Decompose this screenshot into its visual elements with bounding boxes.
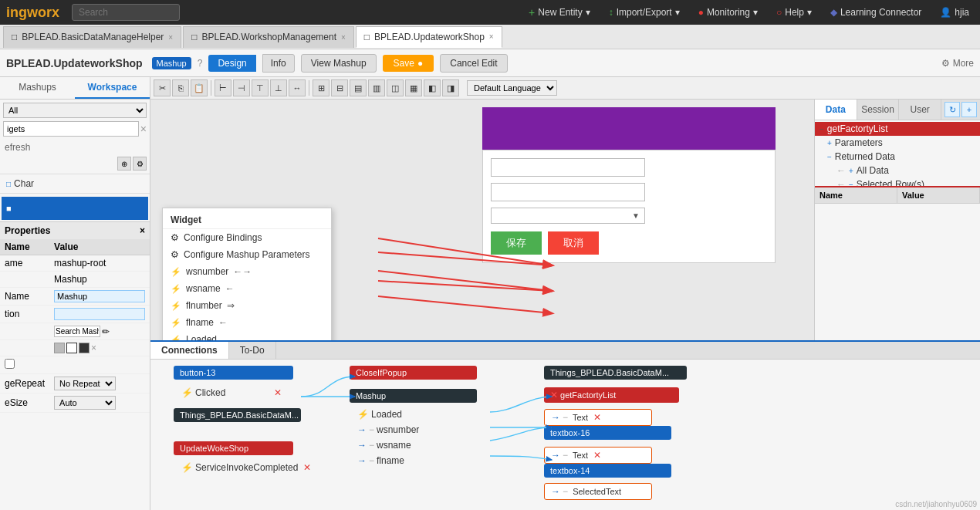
sidebar-action-settings[interactable]: ⚙ xyxy=(133,157,147,171)
tab-close-icon[interactable]: × xyxy=(168,33,173,42)
node-updatewokeshop[interactable]: UpdateWokeShop xyxy=(174,441,293,455)
new-entity-button[interactable]: + New Entity ▾ xyxy=(524,5,595,20)
wsnumber-item[interactable]: ⚡ wsnumber ←→ xyxy=(163,263,331,280)
copy-button[interactable]: ⎘ xyxy=(172,79,189,96)
tree-item-all-data[interactable]: ← + All Data xyxy=(815,164,980,177)
add-icon-btn[interactable]: + xyxy=(961,102,977,117)
node-button-13[interactable]: button-13 xyxy=(174,366,293,380)
node-mashup[interactable]: Mashup xyxy=(350,389,477,403)
right-tab-data[interactable]: Data xyxy=(815,100,857,120)
tab-close-icon[interactable]: × xyxy=(489,32,494,41)
prop-name-input[interactable] xyxy=(54,290,145,302)
layout-button-7[interactable]: ◧ xyxy=(424,79,441,96)
loaded-item[interactable]: ⚡ Loaded xyxy=(163,331,331,340)
edit-icon[interactable]: ✏ xyxy=(102,326,110,337)
node-textbox14[interactable]: textbox-14 xyxy=(544,464,671,478)
node-flname[interactable]: → − flname xyxy=(357,455,404,466)
node-closeifpopup[interactable]: CloseIfPopup xyxy=(350,366,477,380)
sidebar-tab-mashups[interactable]: Mashups xyxy=(0,77,75,99)
tree-item-getfactory[interactable]: − getFactortyList xyxy=(815,122,980,136)
prop-esize-select[interactable]: Auto xyxy=(54,396,116,410)
tree-item-returned-data[interactable]: − Returned Data xyxy=(815,150,980,164)
layout-button-8[interactable]: ◨ xyxy=(442,79,459,96)
layout-button-6[interactable]: ▦ xyxy=(405,79,422,96)
node-things-2[interactable]: Things_BPLEAD.BasicDataM... xyxy=(544,366,687,380)
layout-button-2[interactable]: ⊟ xyxy=(331,79,348,96)
align-left-button[interactable]: ⊢ xyxy=(215,79,231,96)
align-center-button[interactable]: ⊣ xyxy=(233,79,250,96)
tab-updateworkshop[interactable]: □ BPLEAD.UpdateworkShop × xyxy=(356,26,502,48)
wsname-item[interactable]: ⚡ wsname ← xyxy=(163,280,331,297)
prop-gerepeat-select[interactable]: No Repeat xyxy=(54,377,116,390)
tree-item-parameters[interactable]: + Parameters xyxy=(815,136,980,150)
save-button[interactable]: Save ● xyxy=(383,55,434,72)
layout-button-3[interactable]: ▤ xyxy=(350,79,367,96)
text2-error-badge[interactable]: ✕ xyxy=(593,450,601,461)
node-clicked[interactable]: ⚡ Clicked ✕ xyxy=(181,387,282,398)
sidebar-tab-workspace[interactable]: Workspace xyxy=(75,77,150,99)
flname-item[interactable]: ⚡ flname ← xyxy=(163,314,331,331)
prop-tion-input[interactable] xyxy=(54,308,145,320)
clicked-error-badge[interactable]: ✕ xyxy=(274,387,282,398)
align-right-button[interactable]: ⊤ xyxy=(252,79,269,96)
close-colors-icon[interactable]: × xyxy=(91,343,96,353)
paste-button[interactable]: 📋 xyxy=(191,79,208,96)
sidebar-action-add[interactable]: ⊕ xyxy=(117,157,131,171)
color-swatch-1[interactable] xyxy=(54,343,65,353)
cut-button[interactable]: ✂ xyxy=(154,79,171,96)
configure-bindings-item[interactable]: ⚙ Configure Bindings xyxy=(163,229,331,246)
node-text-1[interactable]: → − Text ✕ xyxy=(544,409,652,426)
node-selectedtext[interactable]: → − SelectedText xyxy=(544,483,652,500)
form-cancel-button[interactable]: 取消 xyxy=(548,231,599,255)
node-getfactory[interactable]: ✕ getFactortyList xyxy=(544,387,679,403)
prop-checkbox[interactable] xyxy=(5,359,15,369)
learning-connector-button[interactable]: ◆ Learning Connector xyxy=(826,5,926,19)
sidebar-clear-icon[interactable]: × xyxy=(140,123,147,135)
layout-button-5[interactable]: ◫ xyxy=(387,79,404,96)
node-textbox16[interactable]: textbox-16 xyxy=(544,426,671,440)
form-dropdown[interactable]: ▼ xyxy=(491,208,645,224)
monitoring-button[interactable]: ● Monitoring ▾ xyxy=(694,5,762,19)
node-text-2[interactable]: → − Text ✕ xyxy=(544,447,652,464)
user-button[interactable]: 👤 hjia xyxy=(935,5,974,19)
sidebar-item-chart[interactable]: □ Char xyxy=(0,176,150,191)
sidebar-search-input[interactable] xyxy=(3,121,139,137)
cancel-edit-button[interactable]: Cancel Edit xyxy=(440,54,507,73)
node-loaded[interactable]: ⚡ Loaded xyxy=(357,409,402,420)
node-wsnumber[interactable]: → − wsnumber xyxy=(357,424,419,435)
refresh-icon-btn[interactable]: ↻ xyxy=(945,102,960,117)
info-button[interactable]: Info xyxy=(262,54,295,73)
form-input-1[interactable] xyxy=(491,158,645,177)
bottom-tab-connections[interactable]: Connections xyxy=(150,342,229,359)
node-wsname[interactable]: → − wsname xyxy=(357,440,411,451)
svc-error-badge[interactable]: ✕ xyxy=(303,462,311,473)
form-save-button[interactable]: 保存 xyxy=(491,231,542,255)
tab-close-icon[interactable]: × xyxy=(341,33,346,42)
search-input[interactable] xyxy=(72,4,180,21)
help-question-icon[interactable]: ? xyxy=(198,58,203,69)
color-swatch-2[interactable] xyxy=(66,343,77,353)
bottom-tab-todo[interactable]: To-Do xyxy=(229,342,276,359)
layout-button-4[interactable]: ▥ xyxy=(368,79,385,96)
tab-workshop[interactable]: □ BPLEAD.WorkshopManagement × xyxy=(183,26,354,48)
language-select[interactable]: Default Language xyxy=(467,80,557,96)
properties-close-icon[interactable]: × xyxy=(140,225,145,236)
import-export-button[interactable]: ↕ Import/Export ▾ xyxy=(604,5,684,19)
text1-error-badge[interactable]: ✕ xyxy=(593,412,601,423)
sidebar-filter-select[interactable]: All xyxy=(3,103,147,118)
right-tab-user[interactable]: User xyxy=(899,100,941,120)
prop-search-input[interactable] xyxy=(54,326,100,337)
layout-button-1[interactable]: ⊞ xyxy=(313,79,329,96)
right-tab-session[interactable]: Session xyxy=(857,100,900,120)
node-things-1[interactable]: Things_BPLEAD.BasicDataM... xyxy=(174,408,301,422)
view-mashup-button[interactable]: View Mashup xyxy=(301,54,377,73)
help-button[interactable]: ○ Help ▾ xyxy=(772,5,816,19)
align-bottom-button[interactable]: ↔ xyxy=(289,79,306,96)
tab-basic-data[interactable]: □ BPLEAD.BasicDataManageHelper × xyxy=(3,26,181,48)
flnumber-item[interactable]: ⚡ flnumber ⇒ xyxy=(163,297,331,314)
more-button[interactable]: ⚙ More xyxy=(941,58,974,69)
configure-mashup-params-item[interactable]: ⚙ Configure Mashup Parameters xyxy=(163,246,331,263)
color-swatch-3[interactable] xyxy=(79,343,90,353)
design-button[interactable]: Design xyxy=(208,55,255,72)
tree-item-selected-rows[interactable]: ← − Selected Row(s) xyxy=(815,177,980,186)
